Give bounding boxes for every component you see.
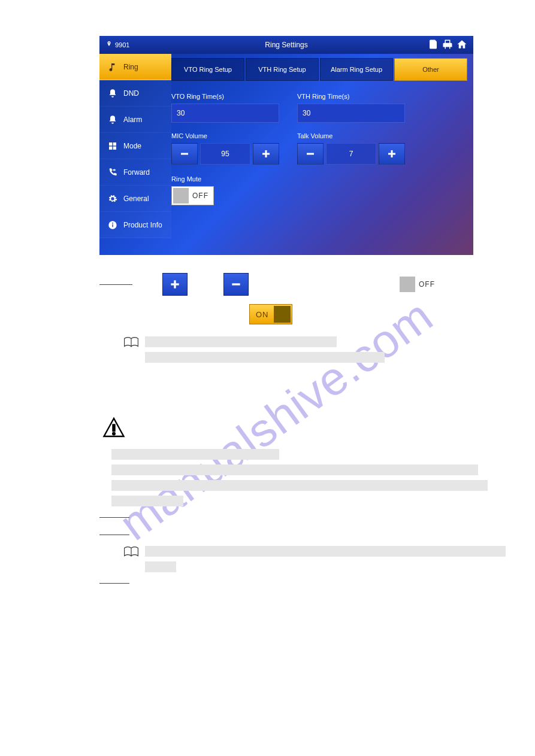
sidebar-item-label: Mode [123,142,141,150]
toggle-state-label: OFF [190,192,213,200]
redacted-text [145,546,506,557]
step-marker [99,517,129,518]
bell-icon [108,89,117,98]
sidebar-item-label: Product Info [123,221,162,229]
redacted-text [145,352,385,363]
step-marker [99,583,129,584]
talk-volume-stepper: 7 [297,143,405,165]
svg-rect-16 [113,425,115,432]
warning-icon [102,430,125,440]
mic-volume-decrease[interactable] [171,143,198,165]
home-icon[interactable] [457,39,467,51]
sidebar-item-alarm[interactable]: Alarm [99,107,171,133]
redacted-text [111,464,478,475]
svg-rect-5 [112,224,113,227]
step-marker [99,535,129,535]
toggle-knob [274,306,291,323]
sidebar-item-label: Alarm [123,116,142,124]
vto-ring-time-label: VTO Ring Time(s) [171,93,279,100]
sidebar-item-forward[interactable]: Forward [99,159,171,186]
pin-icon [105,40,113,50]
talk-volume-decrease[interactable] [297,143,324,165]
svg-rect-0 [109,142,112,145]
svg-point-17 [113,433,115,435]
print-icon[interactable] [442,39,453,51]
mic-volume-increase[interactable] [253,143,279,165]
bell-ring-icon [108,115,117,125]
note-icon [123,546,139,560]
tab-vto-ring-setup[interactable]: VTO Ring Setup [171,58,244,81]
sidebar-item-label: Forward [123,168,150,177]
document-body: OFF ON [99,273,473,584]
redacted-text [111,496,183,506]
topbar: 9901 Ring Settings [99,36,473,54]
sidebar-item-label: General [123,195,149,203]
step-marker [99,284,132,285]
note-icon [123,336,139,351]
gear-icon [108,194,117,204]
mic-volume-label: MIC Volume [171,132,279,139]
off-label: OFF [416,280,440,289]
tabs: VTO Ring Setup VTH Ring Setup Alarm Ring… [171,58,467,81]
page-title: Ring Settings [265,41,307,49]
ring-mute-toggle[interactable]: OFF [171,186,214,205]
svg-rect-10 [307,153,314,155]
vth-ring-time-label: VTH Ring Time(s) [297,93,405,100]
sidebar-item-label: Ring [123,63,138,71]
off-toggle-figure: OFF [398,275,440,294]
sdcard-icon[interactable] [428,39,439,51]
talk-volume-label: Talk Volume [297,132,405,139]
talk-volume-value: 7 [326,143,376,165]
on-toggle-figure: ON [249,304,292,324]
svg-rect-12 [391,150,393,157]
sidebar: Ring DND Alarm Mode Forward General [99,54,171,255]
vth-ring-time-input[interactable] [297,104,405,123]
topbar-left: 9901 [105,40,129,50]
sidebar-item-label: DND [123,89,139,98]
device-screen: 9901 Ring Settings Ring DND [99,36,473,255]
content-panel: VTO Ring Setup VTH Ring Setup Alarm Ring… [171,54,473,255]
toggle-knob [400,277,415,292]
svg-rect-2 [109,146,112,149]
minus-button-figure [223,273,249,296]
info-icon [108,220,117,230]
device-id: 9901 [115,41,129,48]
vto-ring-time-input[interactable] [171,104,279,123]
sidebar-item-ring[interactable]: Ring [99,54,171,80]
svg-rect-3 [113,146,116,149]
redacted-text [145,336,337,347]
redacted-text [111,480,488,491]
ring-mute-label: Ring Mute [171,175,467,183]
mic-volume-stepper: 95 [171,143,279,165]
svg-rect-7 [181,153,188,155]
tab-alarm-ring-setup[interactable]: Alarm Ring Setup [320,58,393,81]
tab-vth-ring-setup[interactable]: VTH Ring Setup [246,58,319,81]
sidebar-item-product-info[interactable]: Product Info [99,212,171,238]
grid-icon [108,141,117,151]
sidebar-item-mode[interactable]: Mode [99,133,171,159]
redacted-text [145,561,176,572]
mic-volume-value: 95 [200,143,250,165]
toggle-knob [173,188,189,204]
svg-point-6 [112,222,113,223]
note-icon [108,62,117,72]
sidebar-item-dnd[interactable]: DND [99,80,171,107]
sidebar-item-general[interactable]: General [99,186,171,212]
talk-volume-increase[interactable] [379,143,405,165]
redacted-text [111,449,279,460]
on-label: ON [250,310,273,319]
svg-rect-14 [174,280,176,288]
svg-rect-9 [265,150,267,157]
phone-forward-icon [108,168,117,177]
tab-other[interactable]: Other [394,58,467,81]
svg-rect-1 [113,142,116,145]
plus-button-figure [162,273,188,296]
svg-rect-15 [232,283,240,285]
